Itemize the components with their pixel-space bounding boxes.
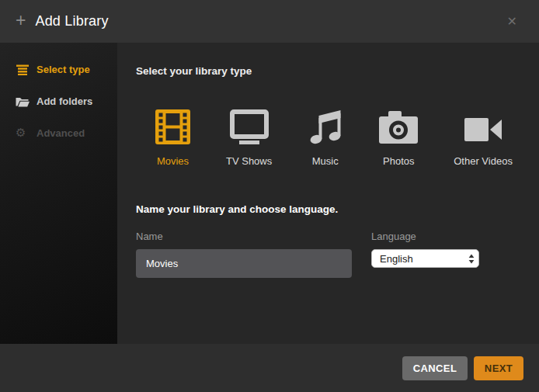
type-option-label: Music — [312, 155, 339, 167]
select-arrows-icon — [468, 254, 475, 264]
language-field-group: Language English — [371, 231, 479, 278]
name-field-group: Name — [136, 231, 352, 278]
sidebar-item-label: Add folders — [37, 95, 92, 107]
language-label: Language — [371, 231, 479, 242]
type-option-label: TV Shows — [226, 155, 272, 167]
language-select[interactable]: English — [371, 249, 479, 268]
sidebar-item-select-type[interactable]: Select type — [0, 54, 117, 85]
type-option-movies[interactable]: Movies — [155, 108, 191, 167]
sidebar-item-advanced[interactable]: ⚙ Advanced — [0, 117, 117, 149]
type-option-music[interactable]: Music — [307, 108, 343, 167]
dialog-header: + Add Library ✕ — [0, 0, 539, 43]
gear-icon: ⚙ — [16, 127, 30, 139]
type-option-label: Photos — [383, 155, 414, 167]
library-type-row: Movies TV Shows — [136, 108, 539, 167]
cancel-button[interactable]: CANCEL — [402, 356, 468, 380]
wizard-steps-sidebar: Select type Add folders ⚙ Advanced — [0, 43, 117, 344]
sidebar-item-add-folders[interactable]: Add folders — [0, 85, 117, 117]
music-note-icon — [307, 108, 343, 145]
film-strip-icon — [155, 108, 191, 145]
sidebar-item-label: Advanced — [37, 127, 85, 139]
library-name-input[interactable] — [136, 249, 352, 278]
language-selected-value: English — [380, 253, 413, 265]
camcorder-icon — [463, 108, 503, 145]
folder-icon — [16, 96, 30, 107]
close-icon[interactable]: ✕ — [501, 11, 523, 32]
type-option-other-videos[interactable]: Other Videos — [454, 108, 513, 167]
dialog-body: Select type Add folders ⚙ Advanced Selec… — [0, 43, 539, 344]
type-option-photos[interactable]: Photos — [378, 108, 419, 167]
plus-icon: + — [16, 12, 26, 29]
name-language-heading: Name your library and choose language. — [136, 203, 539, 215]
dialog-title: Add Library — [35, 13, 108, 29]
library-type-heading: Select your library type — [136, 65, 539, 77]
next-button[interactable]: NEXT — [474, 356, 523, 380]
list-type-icon — [16, 64, 30, 75]
add-library-dialog: + Add Library ✕ Select type — [0, 0, 539, 392]
name-language-form: Name Language English — [136, 231, 539, 278]
sidebar-item-label: Select type — [37, 64, 90, 75]
type-option-label: Movies — [157, 155, 189, 167]
select-type-panel: Select your library type — [117, 43, 539, 344]
name-label: Name — [136, 231, 352, 242]
type-option-label: Other Videos — [454, 155, 513, 167]
camera-icon — [378, 108, 419, 145]
dialog-footer: CANCEL NEXT — [0, 344, 539, 392]
tv-icon — [228, 108, 270, 145]
type-option-tv-shows[interactable]: TV Shows — [226, 108, 272, 167]
